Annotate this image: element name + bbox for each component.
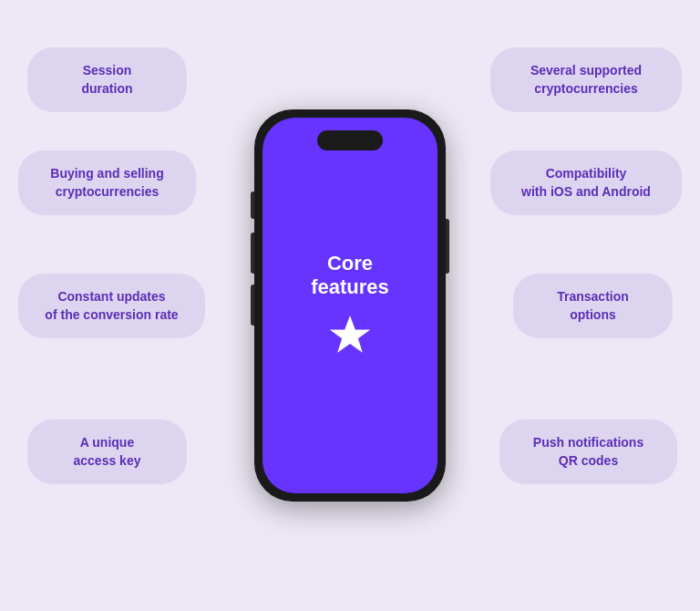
pill-compat-line1: Compatibility bbox=[546, 166, 627, 181]
pill-push-line2: QR codes bbox=[559, 453, 618, 468]
pill-buying-line2: cryptocurrencies bbox=[56, 184, 160, 199]
phone-title-line1: Core bbox=[327, 252, 373, 274]
pill-buying: Buying and selling cryptocurrencies bbox=[18, 150, 196, 215]
pill-transaction-line1: Transaction bbox=[557, 289, 629, 304]
pill-crypto-line2: cryptocurrencies bbox=[534, 81, 638, 96]
pill-push-line1: Push notifications bbox=[533, 435, 643, 450]
phone-button-left-2 bbox=[251, 233, 254, 274]
pill-access: A unique access key bbox=[27, 419, 187, 484]
pill-session-line1: Session bbox=[83, 63, 132, 78]
pill-crypto: Several supported cryptocurrencies bbox=[490, 47, 682, 112]
pill-access-line2: access key bbox=[74, 453, 141, 468]
pill-session: Session duration bbox=[27, 47, 187, 112]
pill-compat-line2: with iOS and Android bbox=[521, 184, 651, 199]
pill-push: Push notifications QR codes bbox=[499, 419, 677, 484]
phone-button-left-3 bbox=[251, 285, 254, 326]
pill-crypto-line1: Several supported bbox=[530, 63, 642, 78]
pill-transaction: Transaction options bbox=[513, 274, 673, 338]
phone-mockup: Core features bbox=[254, 109, 446, 502]
pill-updates-line1: Constant updates bbox=[57, 289, 165, 304]
pill-session-line2: duration bbox=[82, 81, 133, 96]
phone-content: Core features bbox=[311, 252, 389, 369]
star-icon bbox=[325, 312, 375, 368]
pill-transaction-line2: options bbox=[570, 307, 616, 322]
pill-updates: Constant updates of the conversion rate bbox=[18, 274, 205, 338]
main-container: Session duration Buying and selling cryp… bbox=[0, 0, 700, 611]
pill-updates-line2: of the conversion rate bbox=[45, 307, 178, 322]
phone-button-right bbox=[446, 219, 449, 274]
phone-title-line2: features bbox=[311, 275, 389, 298]
pill-buying-line1: Buying and selling bbox=[50, 166, 163, 181]
phone-title: Core features bbox=[311, 252, 389, 300]
dynamic-island bbox=[317, 130, 383, 150]
phone-screen: Core features bbox=[262, 118, 438, 493]
phone-button-left-1 bbox=[251, 192, 254, 219]
pill-compat: Compatibility with iOS and Android bbox=[490, 150, 682, 215]
pill-access-line1: A unique bbox=[80, 435, 134, 450]
